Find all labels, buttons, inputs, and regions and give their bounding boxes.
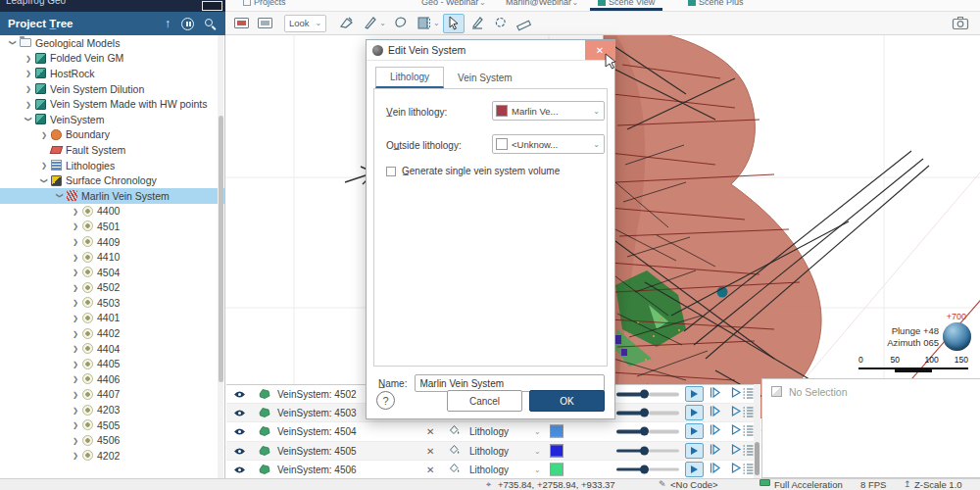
chevron-collapsed-icon[interactable]: ❯ <box>72 269 80 276</box>
properties-list-button[interactable] <box>743 385 754 403</box>
chevron-collapsed-icon[interactable]: ❯ <box>72 436 80 444</box>
chevron-collapsed-icon[interactable]: ❯ <box>72 237 80 245</box>
search-icon[interactable] <box>204 18 217 30</box>
tree-item-boundary[interactable]: ❯Boundary <box>0 127 224 143</box>
visibility-eye-icon[interactable] <box>233 442 246 460</box>
chevron-collapsed-icon[interactable]: ❯ <box>72 207 80 215</box>
tree-item-4410[interactable]: ❯4410 <box>0 249 224 265</box>
tree-item-4402[interactable]: ❯4402 <box>0 325 224 341</box>
tree-item-4405[interactable]: ❯4405 <box>0 356 224 371</box>
ok-button[interactable]: OK <box>529 390 605 412</box>
chevron-collapsed-icon[interactable]: ❯ <box>72 360 80 368</box>
expand-up-icon[interactable]: ↑ <box>165 17 171 30</box>
tree-item-4504[interactable]: ❯4504 <box>0 265 224 280</box>
select-rectangle-icon[interactable] <box>413 14 434 33</box>
tree-item-vein-system-dilution[interactable]: ❯Vein System Dilution <box>0 81 224 97</box>
properties-list-button[interactable] <box>743 422 754 440</box>
chevron-collapsed-icon[interactable]: ❯ <box>72 299 80 307</box>
chevron-collapsed-icon[interactable]: ❯ <box>24 54 33 62</box>
look-dropdown[interactable]: Look⌄ <box>284 15 326 32</box>
color-swatch[interactable] <box>550 463 564 475</box>
render-outline-button[interactable] <box>730 442 742 460</box>
tree-item-4407[interactable]: ❯4407 <box>0 387 224 403</box>
tree-scrollbar-thumb[interactable] <box>219 116 223 382</box>
opacity-slider[interactable] <box>616 446 679 455</box>
color-swatch[interactable] <box>550 425 564 438</box>
tab-scene-plus[interactable]: Scene Plus <box>688 0 744 7</box>
opacity-slider[interactable] <box>616 390 679 399</box>
pause-icon[interactable] <box>181 18 194 30</box>
render-flag-button[interactable] <box>709 422 721 440</box>
properties-list-button[interactable] <box>743 442 754 460</box>
ruler-icon[interactable] <box>514 14 535 33</box>
color-mode-dropdown[interactable]: Lithology <box>469 426 509 437</box>
visibility-eye-icon[interactable] <box>233 404 246 421</box>
tree-item-lithologies[interactable]: ❯Lithologies <box>0 158 224 173</box>
edit-pencil-line-icon[interactable] <box>466 14 488 33</box>
color-mode-dropdown[interactable]: Lithology <box>469 445 509 456</box>
compass-globe[interactable] <box>943 322 971 351</box>
render-flag-button[interactable] <box>709 461 721 478</box>
render-outline-button[interactable] <box>730 422 742 440</box>
render-flag-button[interactable] <box>709 385 721 403</box>
remove-button[interactable]: ✕ <box>426 445 434 456</box>
grey-screen-icon[interactable] <box>254 14 275 33</box>
tab-projects[interactable]: Projects <box>243 0 286 7</box>
tree-item-fault-system[interactable]: ❯Fault System <box>0 142 224 158</box>
project-dropdown[interactable]: Marlin@Webinar ⌄ <box>506 0 580 7</box>
render-outline-button[interactable] <box>730 404 742 421</box>
render-filled-button[interactable] <box>685 423 704 439</box>
select-cursor-icon[interactable] <box>443 14 465 33</box>
chevron-collapsed-icon[interactable]: ❯ <box>72 222 80 230</box>
tab-vein-system[interactable]: Vein System <box>444 67 526 88</box>
remove-button[interactable]: ✕ <box>426 426 434 437</box>
tree-item-4503[interactable]: ❯4503 <box>0 295 224 311</box>
properties-list-button[interactable] <box>743 404 754 421</box>
tree-item-4501[interactable]: ❯4501 <box>0 219 224 234</box>
outside-lithology-dropdown[interactable]: <Unknow... ⌄ <box>492 134 605 154</box>
opacity-slider[interactable] <box>616 427 679 436</box>
chevron-down-icon[interactable]: ⌄ <box>433 19 440 27</box>
tree-item-geological-models[interactable]: ❯Geological Models <box>0 35 224 51</box>
single-volume-checkbox-row[interactable]: G̲enerate single vein system volume <box>386 166 560 176</box>
tree-item-hostrock[interactable]: ❯HostRock <box>0 66 224 81</box>
chevron-collapsed-icon[interactable]: ❯ <box>72 406 80 414</box>
render-filled-button[interactable] <box>685 443 704 459</box>
chevron-collapsed-icon[interactable]: ❯ <box>72 421 80 429</box>
chevron-expanded-icon[interactable]: ❯ <box>24 115 32 123</box>
tree-item-4401[interactable]: ❯4401 <box>0 311 224 326</box>
chevron-expanded-icon[interactable]: ❯ <box>9 38 17 47</box>
tree-item-folded-vein-gm[interactable]: ❯Folded Vein GM <box>0 51 224 67</box>
chevron-collapsed-icon[interactable]: ❯ <box>72 390 80 398</box>
tab-scene-view[interactable]: Scene View <box>590 0 662 11</box>
visibility-eye-icon[interactable] <box>233 461 246 478</box>
tree-item-4406[interactable]: ❯4406 <box>0 371 224 387</box>
draw-lasso-icon[interactable] <box>389 14 411 33</box>
dialog-titlebar[interactable]: Edit Vein System ✕ <box>367 40 614 61</box>
tree-item-marlin-vein-system[interactable]: ❯Marlin Vein System <box>0 188 224 204</box>
render-filled-button[interactable] <box>685 405 704 420</box>
opacity-slider[interactable] <box>616 409 679 417</box>
chevron-collapsed-icon[interactable]: ❯ <box>72 452 80 460</box>
draw-slicer-icon[interactable] <box>335 14 357 33</box>
chevron-collapsed-icon[interactable]: ❯ <box>72 283 80 291</box>
properties-list-button[interactable] <box>743 461 754 478</box>
shape-list-scrollbar-thumb[interactable] <box>755 442 760 475</box>
checkbox[interactable] <box>386 167 396 176</box>
chevron-down-icon[interactable]: ⌄ <box>534 446 541 455</box>
chevron-down-icon[interactable]: ⌄ <box>534 465 541 473</box>
draw-pencil-icon[interactable] <box>359 14 380 33</box>
camera-icon[interactable] <box>950 14 971 33</box>
tree-scrollbar[interactable] <box>218 35 223 478</box>
chevron-collapsed-icon[interactable]: ❯ <box>40 161 49 169</box>
color-mode-dropdown[interactable]: Lithology <box>469 464 509 474</box>
lasso-edit-icon[interactable] <box>490 14 512 33</box>
chevron-collapsed-icon[interactable]: ❯ <box>72 253 80 261</box>
chevron-collapsed-icon[interactable]: ❯ <box>72 375 80 383</box>
tree-item-4505[interactable]: ❯4505 <box>0 417 224 433</box>
remove-button[interactable]: ✕ <box>426 464 434 474</box>
tree-item-4203[interactable]: ❯4203 <box>0 402 224 417</box>
chevron-down-icon[interactable]: ⌄ <box>534 427 541 436</box>
cancel-button[interactable]: Cancel <box>447 390 522 412</box>
chevron-collapsed-icon[interactable]: ❯ <box>24 100 33 108</box>
